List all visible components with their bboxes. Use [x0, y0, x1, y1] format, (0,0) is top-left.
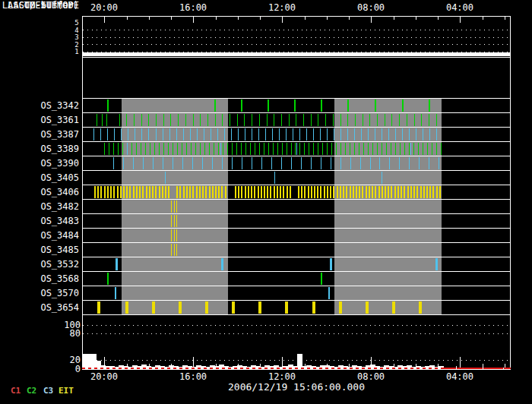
- event-tick: [204, 143, 205, 155]
- event-tick: [156, 114, 157, 126]
- event-tick: [264, 186, 265, 198]
- event-tick: [419, 157, 420, 169]
- event-tick: [202, 186, 204, 198]
- event-tick: [179, 301, 182, 314]
- event-tick: [222, 157, 223, 169]
- event-tick: [113, 143, 114, 155]
- event-tick: [119, 114, 120, 126]
- event-tick: [347, 114, 348, 126]
- observation-window-band: [334, 171, 442, 185]
- event-tick: [122, 143, 123, 155]
- event-tick: [432, 143, 432, 155]
- event-tick: [320, 186, 321, 198]
- event-tick: [414, 114, 415, 126]
- event-tick: [356, 186, 357, 198]
- event-tick: [268, 99, 269, 112]
- event-tick: [416, 186, 418, 198]
- event-tick: [209, 186, 211, 198]
- event-tick: [110, 186, 112, 198]
- event-tick: [404, 186, 405, 198]
- os-row-label: OS_3654: [0, 302, 79, 313]
- event-tick: [176, 186, 178, 198]
- os-row-label: OS_3387: [0, 129, 79, 140]
- event-tick: [439, 157, 439, 169]
- event-tick: [217, 128, 218, 140]
- event-tick: [171, 215, 172, 227]
- event-tick: [436, 143, 437, 155]
- event-tick: [313, 143, 314, 155]
- event-tick: [169, 128, 170, 140]
- event-tick: [339, 301, 342, 314]
- event-tick: [232, 157, 233, 169]
- event-tick: [311, 186, 312, 198]
- event-tick: [268, 143, 269, 155]
- event-tick: [231, 128, 232, 140]
- event-tick: [311, 157, 312, 169]
- event-tick: [347, 99, 349, 112]
- event-tick: [303, 114, 304, 126]
- event-tick: [429, 114, 429, 126]
- tm-submode-value-bar: [82, 52, 511, 56]
- event-tick: [301, 186, 302, 198]
- event-tick: [168, 186, 169, 198]
- event-tick: [192, 157, 193, 169]
- event-tick: [223, 143, 223, 155]
- event-tick: [281, 114, 282, 126]
- event-tick: [165, 186, 166, 198]
- observation-window-band: [334, 142, 442, 156]
- event-tick: [218, 143, 219, 155]
- event-tick: [321, 273, 322, 285]
- top-axis-tick: [305, 17, 306, 20]
- event-tick: [193, 114, 194, 126]
- event-tick: [176, 200, 177, 213]
- event-tick: [123, 157, 124, 169]
- top-axis-label: 12:00: [265, 2, 299, 13]
- event-tick: [252, 114, 252, 126]
- observation-window-band: [334, 301, 442, 314]
- event-tick: [401, 186, 402, 198]
- event-tick: [362, 186, 363, 198]
- event-tick: [104, 186, 106, 198]
- event-tick: [378, 186, 380, 198]
- event-tick: [142, 186, 144, 198]
- event-tick: [317, 186, 318, 198]
- bottom-axis-label: 08:00: [354, 371, 388, 382]
- event-tick: [368, 128, 369, 140]
- event-tick: [185, 114, 186, 126]
- observation-window-band: [122, 257, 228, 271]
- event-tick: [397, 186, 399, 198]
- event-tick: [346, 186, 347, 198]
- event-tick: [330, 186, 331, 198]
- event-tick: [241, 143, 242, 155]
- event-tick: [227, 143, 228, 155]
- top-axis-tick: [349, 17, 350, 20]
- event-tick: [236, 143, 237, 155]
- event-tick: [426, 186, 428, 198]
- event-tick: [174, 215, 175, 227]
- event-tick: [421, 114, 422, 126]
- event-tick: [391, 143, 391, 155]
- event-tick: [109, 143, 109, 155]
- event-tick: [419, 301, 422, 314]
- event-tick: [241, 186, 242, 198]
- event-tick: [113, 186, 115, 198]
- event-tick: [174, 229, 175, 241]
- top-axis-tick: [394, 17, 394, 20]
- event-tick: [221, 186, 223, 198]
- event-tick: [149, 186, 150, 198]
- observation-window-band: [122, 99, 228, 112]
- event-tick: [165, 172, 166, 184]
- buffer-post-spike: [456, 366, 457, 369]
- event-tick: [118, 143, 119, 155]
- os-row-label: OS_3483: [0, 216, 79, 226]
- event-tick: [134, 114, 135, 126]
- event-tick: [207, 114, 208, 126]
- event-tick: [232, 143, 233, 155]
- event-tick: [168, 143, 169, 155]
- event-tick: [182, 157, 183, 169]
- event-tick: [97, 114, 97, 126]
- top-axis-tick: [371, 17, 372, 23]
- event-tick: [350, 157, 351, 169]
- event-tick: [129, 186, 131, 198]
- event-tick: [368, 143, 369, 155]
